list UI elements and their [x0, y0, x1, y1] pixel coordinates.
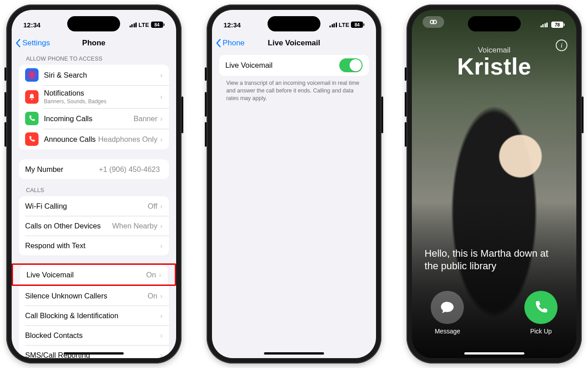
row-label: Respond with Text: [25, 241, 160, 250]
row-notifications[interactable]: Notifications Banners, Sounds, Badges ›: [19, 85, 169, 108]
call-kind-label: Voicemail: [412, 46, 576, 55]
notifications-icon: [25, 90, 39, 104]
battery-icon: 78: [551, 22, 565, 28]
row-label: Wi-Fi Calling: [25, 202, 147, 210]
row-blocked-contacts[interactable]: Blocked Contacts ›: [19, 325, 169, 345]
live-transcript: Hello, this is Martha down at the public…: [424, 247, 564, 273]
chevron-right-icon: ›: [160, 241, 163, 250]
voicemail-pill-icon[interactable]: [423, 16, 444, 28]
chevron-right-icon: ›: [160, 351, 163, 359]
chevron-right-icon: ›: [160, 311, 163, 320]
row-silence-unknown[interactable]: Silence Unknown Callers On ›: [19, 286, 169, 306]
chevron-right-icon: ›: [160, 331, 163, 340]
row-label: Live Voicemail: [26, 271, 146, 279]
battery-icon: 84: [351, 22, 364, 28]
signal-icon: [540, 22, 548, 27]
nav-title: Live Voicemail: [268, 39, 320, 48]
chevron-left-icon: [216, 39, 221, 48]
row-label: Incoming Calls: [44, 114, 134, 123]
status-time: 12:34: [23, 21, 40, 29]
row-value: On: [147, 292, 157, 300]
info-button[interactable]: i: [556, 39, 567, 51]
pickup-button[interactable]: Pick Up: [524, 291, 558, 335]
row-value: Banner: [134, 114, 157, 123]
chevron-right-icon: ›: [160, 135, 163, 144]
incoming-call-icon: [25, 112, 39, 125]
row-live-voicemail[interactable]: Live Voicemail On ›: [20, 265, 168, 285]
phone-settings: 12:34 LTE 84 Settings Phone ALLOW PHONE …: [6, 4, 182, 364]
row-value: Off: [147, 202, 157, 210]
home-indicator[interactable]: [64, 352, 124, 355]
row-siri-search[interactable]: Siri & Search ›: [19, 65, 169, 85]
chevron-right-icon: ›: [160, 292, 163, 300]
row-label: My Number: [25, 165, 99, 174]
section-header-access: ALLOW PHONE TO ACCESS: [26, 56, 169, 62]
message-label: Message: [435, 328, 460, 335]
row-value: When Nearby: [112, 222, 157, 230]
status-time: 12:34: [224, 21, 241, 29]
back-label: Phone: [223, 39, 245, 48]
row-label: Call Blocking & Identification: [25, 311, 160, 320]
phone-icon: [533, 300, 549, 315]
back-button[interactable]: Settings: [15, 33, 50, 53]
row-label: Siri & Search: [44, 71, 160, 79]
row-label: Announce Calls: [44, 135, 98, 144]
row-respond-with-text[interactable]: Respond with Text ›: [19, 236, 169, 255]
chevron-right-icon: ›: [160, 222, 163, 230]
row-label: Notifications: [44, 89, 160, 97]
chevron-right-icon: ›: [159, 271, 161, 279]
notch: [268, 16, 320, 31]
row-subtitle: Banners, Sounds, Badges: [44, 98, 160, 105]
siri-icon: [25, 68, 39, 82]
message-icon: [440, 300, 455, 315]
notch: [468, 16, 521, 31]
caller-name: Kristle: [412, 53, 576, 80]
battery-icon: 84: [151, 22, 164, 28]
row-value: On: [146, 271, 156, 279]
highlight-live-voicemail: Live Voicemail On ›: [12, 263, 176, 286]
signal-icon: [329, 22, 337, 27]
row-value: +1 (906) 450-4623: [99, 165, 160, 174]
row-label: Calls on Other Devices: [25, 222, 112, 230]
row-incoming-calls[interactable]: Incoming Calls Banner ›: [19, 108, 169, 129]
notch: [67, 16, 120, 31]
chevron-right-icon: ›: [160, 92, 163, 101]
status-carrier: LTE: [339, 22, 350, 28]
row-value: Headphones Only: [98, 135, 157, 144]
chevron-left-icon: [15, 39, 21, 48]
pickup-label: Pick Up: [530, 328, 552, 335]
back-label: Settings: [22, 39, 50, 48]
announce-icon: [25, 132, 39, 146]
chevron-right-icon: ›: [160, 71, 163, 79]
row-announce-calls[interactable]: Announce Calls Headphones Only ›: [19, 129, 169, 149]
row-live-voicemail-toggle[interactable]: Live Voicemail: [219, 55, 369, 76]
message-button[interactable]: Message: [431, 291, 464, 335]
chevron-right-icon: ›: [160, 202, 163, 210]
nav-title: Phone: [82, 39, 105, 48]
section-header-calls: CALLS: [26, 187, 169, 193]
status-carrier: LTE: [138, 22, 149, 28]
nav-bar: Settings Phone: [12, 33, 176, 53]
row-wifi-calling[interactable]: Wi-Fi Calling Off ›: [19, 196, 169, 216]
toggle-switch-on[interactable]: [339, 58, 363, 72]
row-label: Live Voicemail: [225, 61, 340, 70]
home-indicator[interactable]: [464, 352, 524, 355]
row-label: Blocked Contacts: [25, 331, 160, 340]
row-sms-reporting[interactable]: SMS/Call Reporting ›: [19, 345, 169, 358]
phone-incoming-voicemail: 78 i Voicemail Kristle Hello, this is Ma…: [406, 4, 582, 364]
row-my-number[interactable]: My Number +1 (906) 450-4623: [19, 159, 169, 179]
back-button[interactable]: Phone: [216, 33, 245, 53]
caller-block: Voicemail Kristle: [412, 46, 576, 80]
chevron-right-icon: ›: [160, 114, 163, 123]
row-call-blocking[interactable]: Call Blocking & Identification ›: [19, 306, 169, 325]
section-footer: View a transcript of an incoming voicema…: [219, 76, 369, 102]
signal-icon: [130, 22, 137, 27]
phone-live-voicemail-settings: 12:34 LTE 84 Phone Live Voicemail Live V…: [207, 4, 382, 364]
home-indicator[interactable]: [264, 352, 324, 355]
row-label: Silence Unknown Callers: [25, 292, 147, 300]
row-calls-other-devices[interactable]: Calls on Other Devices When Nearby ›: [19, 216, 169, 236]
nav-bar: Phone Live Voicemail: [212, 33, 376, 53]
